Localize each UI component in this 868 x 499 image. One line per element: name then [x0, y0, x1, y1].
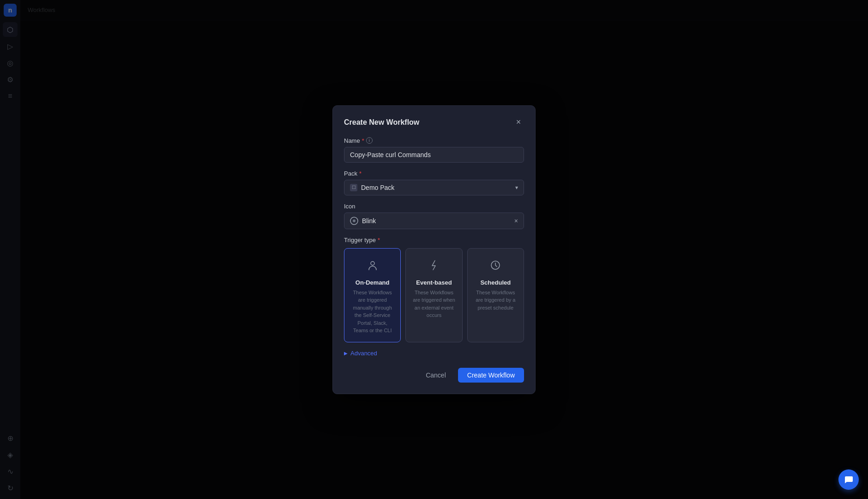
icon-value: Blink — [362, 217, 376, 225]
svg-point-2 — [371, 262, 374, 265]
icon-label: Icon — [344, 203, 524, 210]
pack-required: * — [359, 170, 362, 177]
icon-clear-button[interactable]: × — [513, 216, 519, 225]
name-required: * — [362, 137, 364, 144]
pack-icon: ☐ — [350, 184, 357, 191]
blink-icon — [350, 217, 358, 225]
cancel-button[interactable]: Cancel — [418, 368, 453, 383]
name-form-group: Name * i — [344, 137, 524, 163]
on-demand-desc: These Workflows are triggered manually t… — [350, 289, 395, 335]
pack-label: Pack * — [344, 170, 524, 177]
scheduled-title: Scheduled — [480, 279, 511, 286]
icon-select[interactable]: Blink × — [344, 213, 524, 229]
trigger-card-on-demand[interactable]: On-Demand These Workflows are triggered … — [344, 248, 401, 342]
pack-chevron-icon: ▾ — [515, 184, 518, 191]
advanced-label: Advanced — [350, 350, 377, 357]
advanced-toggle-button[interactable]: ▶ Advanced — [344, 350, 377, 357]
event-based-desc: These Workflows are triggered when an ex… — [411, 289, 456, 319]
modal-footer: Cancel Create Workflow — [344, 368, 524, 383]
trigger-required: * — [378, 237, 380, 243]
scheduled-desc: These Workflows are triggered by a prese… — [473, 289, 518, 312]
name-info-icon[interactable]: i — [366, 137, 373, 144]
event-based-icon — [425, 256, 443, 274]
pack-select[interactable]: ☐ Demo Pack ▾ — [344, 180, 524, 195]
svg-point-1 — [353, 219, 356, 222]
name-input[interactable] — [344, 147, 524, 163]
modal-overlay: Create New Workflow × Name * i Pack * ☐ … — [0, 0, 868, 499]
modal-header: Create New Workflow × — [344, 117, 524, 128]
advanced-chevron-icon: ▶ — [344, 351, 348, 356]
create-workflow-modal: Create New Workflow × Name * i Pack * ☐ … — [332, 105, 536, 394]
name-label: Name * i — [344, 137, 524, 144]
trigger-card-event-based[interactable]: Event-based These Workflows are triggere… — [405, 248, 462, 342]
trigger-type-form-group: Trigger type * On-Demand These Workflows… — [344, 237, 524, 342]
chat-widget-button[interactable] — [838, 469, 859, 490]
event-based-title: Event-based — [416, 279, 452, 286]
trigger-type-label: Trigger type * — [344, 237, 524, 243]
on-demand-icon — [363, 256, 382, 274]
scheduled-icon — [486, 256, 505, 274]
on-demand-title: On-Demand — [356, 279, 390, 286]
modal-title: Create New Workflow — [344, 118, 419, 127]
pack-form-group: Pack * ☐ Demo Pack ▾ — [344, 170, 524, 195]
create-workflow-button[interactable]: Create Workflow — [458, 368, 524, 383]
trigger-cards: On-Demand These Workflows are triggered … — [344, 248, 524, 342]
pack-value: Demo Pack — [361, 184, 394, 191]
icon-form-group: Icon Blink × — [344, 203, 524, 229]
modal-close-button[interactable]: × — [513, 117, 524, 128]
trigger-card-scheduled[interactable]: Scheduled These Workflows are triggered … — [467, 248, 524, 342]
